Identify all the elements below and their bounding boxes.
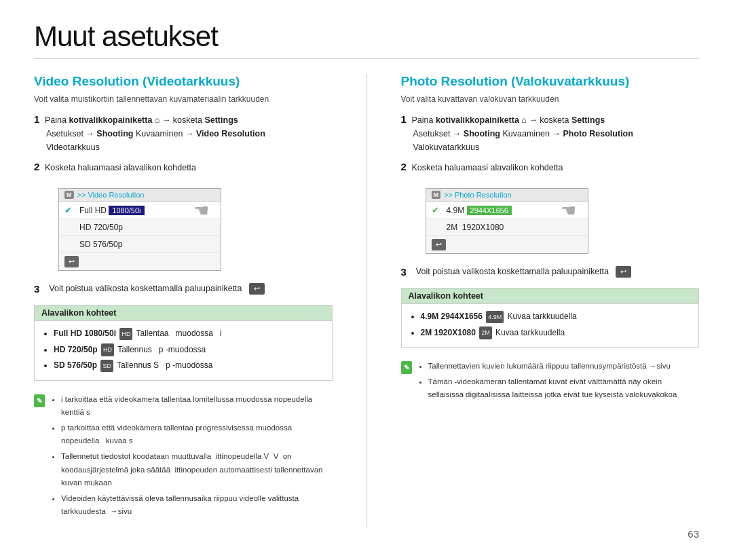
left-step3-back-icon: ↩ [249, 283, 265, 295]
left-step2-num: 2 [34, 161, 39, 172]
right-notes: ✎ Tallennettavien kuvien lukumäärä riipp… [401, 356, 700, 411]
right-step1-num: 1 [401, 113, 407, 125]
right-step2-text: Kosketa haluamaasi alavalikon kohdetta [411, 163, 563, 172]
left-column: Video Resolution (Videotarkkuus) Voit va… [34, 74, 333, 527]
left-alavalikon-item-0: Full HD 1080/50i HD Tallentaa muodossa i [54, 326, 325, 341]
left-menu-mockup: M >> Video Resolution ✔ Full HD 1080/50i… [58, 188, 221, 271]
left-check-0: ✔ [64, 205, 74, 215]
left-section-title: Video Resolution (Videotarkkuus) [34, 74, 333, 89]
left-step3-num: 3 [34, 283, 39, 295]
left-menu-item-1[interactable]: HD 720/50p [59, 219, 221, 236]
left-notes-list: i tarkoittaa että videokamera tallentaa … [50, 393, 333, 521]
right-alavalikon-item-1: 2M 1920X1080 2M Kuvaa tarkkuudella [421, 326, 692, 341]
left-highlight-0: 1080/50i [109, 206, 144, 215]
right-step1-text: Paina kotivalikkopainiketta ⌂ → kosketa … [411, 115, 605, 125]
left-menu-item-2[interactable]: SD 576/50p [59, 236, 221, 253]
right-alavalikon-list: 4.9M 2944X1656 4.9M Kuvaa tarkkuudella 2… [411, 310, 692, 340]
right-column: Photo Resolution (Valokuvatarkkuus) Voit… [401, 74, 700, 527]
left-note-3: Videoiden käytettävissä oleva tallennusa… [61, 492, 333, 519]
left-item1-icon: HD [101, 343, 114, 356]
right-highlight-0: 2944X1656 [467, 206, 512, 215]
left-note-icon: ✎ [34, 394, 45, 407]
left-step3: 3 Voit poistua valikosta koskettamalla p… [34, 282, 333, 295]
left-notes: ✎ i tarkoittaa että videokamera tallenta… [34, 389, 333, 527]
right-notes-list: Tallennettavien kuvien lukumäärä riippuu… [417, 360, 700, 404]
left-alavalikon-item-1: HD 720/50p HD Tallennus p -muodossa [54, 343, 325, 358]
left-note-1: p tarkoittaa että videokamera tallentaa … [61, 422, 333, 448]
left-menu-footer: ↩ [59, 253, 221, 270]
right-step3-back-icon: ↩ [616, 266, 631, 278]
page-number: 63 [688, 528, 699, 540]
left-step1-indent: Asetukset → Shooting Kuvaaminen → Video … [46, 127, 333, 154]
right-note-1: Tämän -videokameran tallentamat kuvat ei… [428, 375, 700, 402]
right-menu-header-label: >> Photo Resolution [444, 191, 512, 199]
top-divider [34, 58, 699, 59]
right-item1-icon: 2M [479, 326, 492, 339]
right-step1-indent: Asetukset → Shooting Kuvaaminen → Photo … [413, 127, 700, 154]
col-divider [366, 74, 367, 527]
left-step3-text: Voit poistua valikosta koskettamalla pal… [49, 282, 242, 295]
left-step2: 2 Kosketa haluamaasi alavalikon kohdetta [34, 161, 333, 174]
left-alavalikon-item-2: SD 576/50p SD Tallennus S p -muodossa [54, 358, 325, 373]
left-alavalikon-body: Full HD 1080/50i HD Tallentaa muodossa i… [35, 321, 332, 380]
right-note-icon: ✎ [401, 361, 412, 374]
right-section-title: Photo Resolution (Valokuvatarkkuus) [401, 74, 700, 89]
left-step1: 1 Paina kotivalikkopainiketta ⌂ → kosket… [34, 113, 333, 154]
right-step2-num: 2 [401, 161, 407, 172]
left-note-0: i tarkoittaa että videokamera tallentaa … [61, 393, 333, 419]
right-menu-mockup: M >> Photo Resolution ✔ 4.9M 2944X1656 2… [426, 188, 588, 254]
left-item2-icon: SD [100, 360, 113, 372]
left-step1-text: Paina kotivalikkopainiketta ⌂ → kosketa … [45, 115, 238, 125]
left-step1-num: 1 [34, 113, 39, 125]
left-menu-icon: M [64, 191, 74, 199]
left-alavalikon-list: Full HD 1080/50i HD Tallentaa muodossa i… [44, 326, 325, 373]
left-note-2: Tallennetut tiedostot koodataan muuttuva… [61, 450, 333, 490]
right-step3: 3 Voit poistua valikosta koskettamalla p… [401, 265, 700, 278]
left-menu-header: M >> Video Resolution [59, 189, 221, 202]
right-menu-footer: ↩ [426, 236, 588, 253]
left-notes-row: ✎ i tarkoittaa että videokamera tallenta… [34, 393, 333, 521]
left-step2-text: Kosketa haluamaasi alavalikon kohdetta [45, 163, 196, 172]
right-alavalikon-item-0: 4.9M 2944X1656 4.9M Kuvaa tarkkuudella [421, 310, 692, 324]
left-item0-icon: HD [119, 328, 132, 340]
right-menu-item-1[interactable]: 2M 1920X1080 [426, 219, 588, 236]
left-item-label-0: Full HD 1080/50i [79, 206, 215, 215]
left-subtitle: Voit valita muistikortiin tallennettavan… [34, 94, 333, 104]
left-item-label-1: HD 720/50p [79, 223, 215, 232]
left-alavalikon-header: Alavalikon kohteet [35, 305, 332, 321]
left-menu-item-0[interactable]: ✔ Full HD 1080/50i [59, 202, 221, 219]
right-check-0: ✔ [432, 205, 441, 215]
right-item-label-0: 4.9M 2944X1656 [447, 206, 582, 215]
right-alavalikon-box: Alavalikon kohteet 4.9M 2944X1656 4.9M K… [401, 288, 700, 348]
right-subtitle: Voit valita kuvattavan valokuvan tarkkuu… [401, 94, 700, 104]
right-note-0: Tallennettavien kuvien lukumäärä riippuu… [428, 360, 700, 373]
left-alavalikon-box: Alavalikon kohteet Full HD 1080/50i HD T… [34, 305, 333, 381]
left-menu-header-label: >> Video Resolution [77, 191, 145, 199]
right-menu-container: M >> Photo Resolution ✔ 4.9M 2944X1656 2… [413, 181, 588, 261]
right-step3-text: Voit poistua valikosta koskettamalla pal… [416, 265, 609, 278]
right-step2: 2 Kosketa haluamaasi alavalikon kohdetta [401, 161, 700, 174]
right-alavalikon-header: Alavalikon kohteet [402, 288, 699, 304]
left-item-label-2: SD 576/50p [79, 240, 215, 249]
right-menu-item-0[interactable]: ✔ 4.9M 2944X1656 [426, 202, 588, 219]
right-step3-num: 3 [401, 266, 407, 278]
left-menu-container: M >> Video Resolution ✔ Full HD 1080/50i… [46, 181, 221, 278]
right-menu-header: M >> Photo Resolution [426, 189, 588, 202]
right-back-btn[interactable]: ↩ [432, 239, 446, 250]
right-menu-icon: M [432, 191, 441, 199]
right-notes-row: ✎ Tallennettavien kuvien lukumäärä riipp… [401, 360, 700, 404]
left-back-btn[interactable]: ↩ [64, 256, 79, 267]
page-title: Muut asetukset [34, 20, 699, 53]
right-item-label-1: 2M 1920X1080 [447, 223, 582, 232]
right-item0-icon: 4.9M [486, 311, 504, 323]
right-step1: 1 Paina kotivalikkopainiketta ⌂ → kosket… [401, 113, 700, 154]
main-content: Video Resolution (Videotarkkuus) Voit va… [34, 74, 699, 527]
right-alavalikon-body: 4.9M 2944X1656 4.9M Kuvaa tarkkuudella 2… [402, 304, 699, 347]
